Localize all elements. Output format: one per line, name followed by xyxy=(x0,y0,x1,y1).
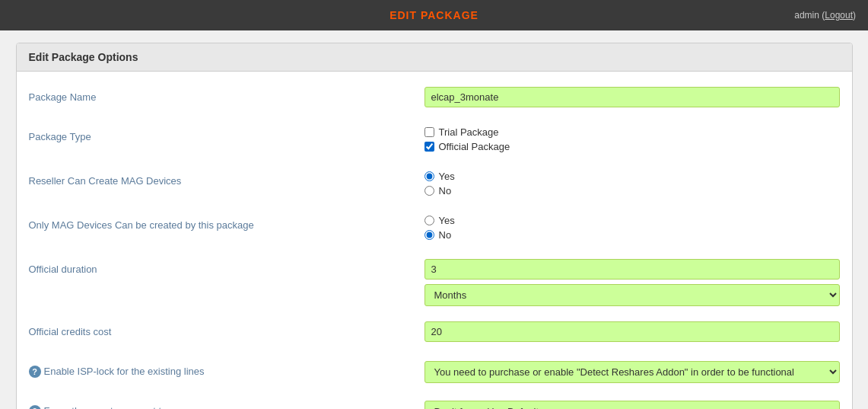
force-connect-row: ?Force the user to connect to Don't forc… xyxy=(29,401,840,409)
only-mag-yes-label[interactable]: Yes xyxy=(439,215,455,226)
only-mag-yes-row: Yes xyxy=(424,215,840,226)
admin-label: admin xyxy=(794,10,822,21)
form-body: Package Name Package Type Trial Package … xyxy=(17,72,852,409)
official-package-row: Official Package xyxy=(424,141,840,152)
only-mag-no-label[interactable]: No xyxy=(439,229,452,241)
official-duration-control: Months Days Years xyxy=(424,259,840,306)
isp-lock-help-icon[interactable]: ? xyxy=(29,366,41,378)
isp-lock-row: ?Enable ISP-lock for the existing lines … xyxy=(29,361,840,385)
reseller-yes-radio[interactable] xyxy=(424,171,434,181)
official-duration-label: Official duration xyxy=(29,259,424,275)
page-title: EDIT PACKAGE xyxy=(389,9,479,21)
reseller-row: Reseller Can Create MAG Devices Yes No xyxy=(29,171,840,200)
trial-package-checkbox[interactable] xyxy=(424,127,434,137)
reseller-no-label[interactable]: No xyxy=(439,185,452,197)
reseller-no-radio[interactable] xyxy=(424,186,434,196)
credits-value-input[interactable] xyxy=(424,321,840,342)
duration-group: Months Days Years xyxy=(424,259,840,306)
package-name-row: Package Name xyxy=(29,87,840,111)
reseller-label: Reseller Can Create MAG Devices xyxy=(29,171,424,187)
isp-lock-label: ?Enable ISP-lock for the existing lines xyxy=(29,361,424,378)
duration-unit-select[interactable]: Months Days Years xyxy=(424,284,840,306)
only-mag-yes-radio[interactable] xyxy=(424,216,434,225)
force-connect-label: ?Force the user to connect to xyxy=(29,401,424,409)
duration-value-input[interactable] xyxy=(424,259,840,280)
official-credits-label: Official credits cost xyxy=(29,321,424,337)
only-mag-label: Only MAG Devices Can be created by this … xyxy=(29,215,424,231)
only-mag-row: Only MAG Devices Can be created by this … xyxy=(29,215,840,244)
reseller-control: Yes No xyxy=(424,171,840,200)
reseller-no-row: No xyxy=(424,185,840,197)
isp-lock-select[interactable]: You need to purchase or enable "Detect R… xyxy=(424,361,840,383)
package-name-label: Package Name xyxy=(29,87,424,103)
isp-lock-control: You need to purchase or enable "Detect R… xyxy=(424,361,840,383)
force-connect-select[interactable]: Don't force. Use Default. xyxy=(424,401,840,409)
official-duration-row: Official duration Months Days Years xyxy=(29,259,840,306)
package-type-row: Package Type Trial Package Official Pack… xyxy=(29,126,840,155)
official-credits-control xyxy=(424,321,840,342)
logout-link[interactable]: Logout xyxy=(825,10,853,21)
admin-info: admin (Logout) xyxy=(794,10,856,21)
reseller-yes-label[interactable]: Yes xyxy=(439,171,455,182)
top-bar: EDIT PACKAGE admin (Logout) xyxy=(0,0,868,30)
package-name-input[interactable] xyxy=(424,87,840,107)
reseller-yes-row: Yes xyxy=(424,171,840,182)
trial-package-row: Trial Package xyxy=(424,126,840,138)
package-type-control: Trial Package Official Package xyxy=(424,126,840,155)
only-mag-control: Yes No xyxy=(424,215,840,244)
only-mag-no-radio[interactable] xyxy=(424,230,434,240)
section-header: Edit Package Options xyxy=(17,43,852,72)
official-credits-row: Official credits cost xyxy=(29,321,840,346)
trial-package-label[interactable]: Trial Package xyxy=(439,126,499,138)
official-package-label[interactable]: Official Package xyxy=(439,141,510,152)
main-container: Edit Package Options Package Name Packag… xyxy=(16,43,853,409)
package-name-control xyxy=(424,87,840,107)
force-connect-help-icon[interactable]: ? xyxy=(29,405,41,409)
package-type-label: Package Type xyxy=(29,126,424,142)
official-package-checkbox[interactable] xyxy=(424,142,434,152)
only-mag-no-row: No xyxy=(424,229,840,241)
force-connect-control: Don't force. Use Default. xyxy=(424,401,840,409)
